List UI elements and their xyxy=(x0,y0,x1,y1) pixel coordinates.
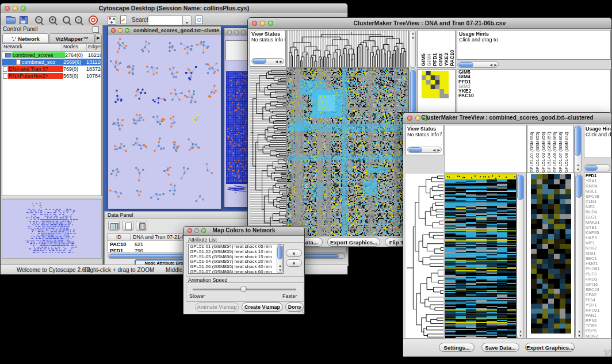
arrow-down-icon[interactable]: ▼ xyxy=(519,334,522,338)
arrow-down-icon[interactable]: ▼ xyxy=(411,36,415,40)
zoom-fit-button[interactable]: ▫ xyxy=(74,15,85,25)
maximize-icon[interactable] xyxy=(125,28,129,33)
resize-grip[interactable] xyxy=(605,350,611,356)
scrollbar-thumb[interactable] xyxy=(410,70,416,113)
tv2-collabel-scrollbar[interactable]: ▲ ▼ xyxy=(574,125,582,173)
tv1-hints-hscrollbar[interactable]: ◀ ▶ xyxy=(457,62,499,68)
speed-slider-thumb[interactable] xyxy=(240,286,247,292)
zoom-out-button[interactable]: − xyxy=(34,15,45,25)
move-down-button[interactable]: ∨ xyxy=(286,259,302,267)
network-list-row[interactable]: combined_scores2764(0)16218(0) xyxy=(2,52,101,59)
tv2-vscrollbar[interactable]: ▲ ▼ xyxy=(517,174,524,339)
annotation-button[interactable] xyxy=(118,15,130,25)
close-icon[interactable] xyxy=(111,28,116,33)
scrollbar-thumb[interactable] xyxy=(408,147,422,152)
arrow-up-icon[interactable]: ▲ xyxy=(577,329,581,333)
arrow-left-icon[interactable]: ◀ xyxy=(433,148,435,152)
scrollbar-thumb[interactable] xyxy=(576,175,582,198)
network-list-row[interactable]: combined_sco2569(6)13112(15) xyxy=(2,59,101,66)
float-panel-icon[interactable] xyxy=(93,26,99,33)
tv2-titlebar[interactable]: ClusterMaker TreeView : combined_scores_… xyxy=(403,113,611,124)
tv1-zoom-view[interactable] xyxy=(417,69,456,113)
arrow-right-icon[interactable]: ▶ xyxy=(494,63,497,67)
tv1-column-dendrogram[interactable] xyxy=(286,30,409,68)
arrow-down-icon[interactable]: ▼ xyxy=(577,334,581,338)
network-list-row[interactable]: RNAPuberNov2+563(0)107847(0) xyxy=(2,72,101,79)
tv2-zoom-heatmap[interactable] xyxy=(531,174,571,334)
arrow-left-icon[interactable]: ◀ xyxy=(489,63,492,67)
column-header-nodes[interactable]: Nodes xyxy=(62,44,87,51)
column-header-edges[interactable]: Edges xyxy=(87,44,101,51)
attribute-item[interactable]: GPL51-01 (GSM854) heat shock 05 min xyxy=(189,244,277,250)
scrollbar-thumb[interactable] xyxy=(253,59,266,64)
network-canvas[interactable] xyxy=(108,35,221,209)
tv2-global-heatmap[interactable] xyxy=(445,174,517,340)
delete-attribute-button[interactable] xyxy=(136,221,147,231)
move-up-button[interactable]: ∧ xyxy=(286,250,302,257)
attribute-item[interactable]: GPL51-02 (GSM855) heat shock 10 min xyxy=(189,250,277,255)
arrow-down-icon[interactable]: ▼ xyxy=(278,269,282,272)
minimize-icon[interactable] xyxy=(234,30,239,35)
arrow-left-icon[interactable]: ◀ xyxy=(275,60,278,63)
advanced-search-button[interactable] xyxy=(194,15,205,25)
tv2-zoom-scrollbar[interactable]: ▲ ▼ xyxy=(575,174,583,339)
tv2-gene-labels[interactable]: PFD1YRA1RNR4MSL1SPC98CLN1NIS1BUD4ELG1MAK… xyxy=(584,173,611,339)
tv2-settings-button[interactable]: Settings... xyxy=(439,343,475,352)
arrow-up-icon[interactable]: ▲ xyxy=(576,163,580,167)
network-list-row[interactable]: DNA and Tran 07769(0)183728(0) xyxy=(2,66,101,72)
overview-canvas[interactable] xyxy=(2,200,101,258)
arrow-up-icon[interactable]: ▲ xyxy=(411,32,415,35)
scrollbar-thumb[interactable] xyxy=(277,246,282,259)
dialog-titlebar[interactable]: Map Colors to Network xyxy=(183,227,304,236)
scrollbar-thumb[interactable] xyxy=(517,175,523,200)
tv1-global-heatmap[interactable] xyxy=(286,68,409,236)
column-header-network[interactable]: Network xyxy=(2,44,62,51)
close-icon[interactable] xyxy=(227,30,232,35)
save-session-button[interactable] xyxy=(18,15,30,25)
arrow-up-icon[interactable]: ▲ xyxy=(519,329,522,333)
maximize-icon[interactable] xyxy=(241,30,246,35)
tv2-column-labels[interactable]: GPL51-01 (GSM854)GPL51-02 (GSM855)GPL51-… xyxy=(527,125,573,173)
network-window-combined[interactable]: combined_scores_good.txt--cluste... xyxy=(108,26,221,209)
select-attributes-button[interactable] xyxy=(108,221,120,231)
scrollbar-thumb[interactable] xyxy=(458,62,473,67)
network-overview[interactable] xyxy=(2,199,102,259)
zoom-in-button[interactable]: + xyxy=(48,15,59,25)
scrollbar-thumb[interactable] xyxy=(585,165,598,171)
tv2-row-dendrogram[interactable] xyxy=(406,174,443,339)
arrow-up-icon[interactable]: ▲ xyxy=(278,264,282,267)
create-vizmap-button[interactable]: Create Vizmap xyxy=(242,302,283,312)
tv2-save-data-button[interactable]: Save Data... xyxy=(481,343,519,352)
resize-grip[interactable] xyxy=(297,307,304,313)
help-button[interactable] xyxy=(88,15,100,25)
column-header-id[interactable]: ID xyxy=(108,234,131,240)
search-dropdown-button[interactable]: ▼ xyxy=(182,16,192,25)
open-session-button[interactable] xyxy=(5,15,17,25)
scrollbar-thumb[interactable] xyxy=(575,126,581,156)
tv1-zoom-heatmap[interactable] xyxy=(422,71,449,98)
tv1-export-graphics-button[interactable]: Export Graphics... xyxy=(327,237,380,247)
network-frame-titlebar[interactable]: combined_scores_good.txt--cluste... xyxy=(108,26,221,36)
tv1-coltree-scrollbar[interactable]: ▲ ▼ xyxy=(410,30,416,68)
attribute-item[interactable]: GPL51-06 (GSM865) heat shock 40 min xyxy=(189,265,277,270)
tv1-titlebar[interactable]: ClusterMaker TreeView : DNA and Tran 07-… xyxy=(248,18,611,29)
tab-network[interactable]: Network xyxy=(2,33,49,43)
tab-vizmapper[interactable]: VizMapper™ xyxy=(49,33,95,43)
attribute-item[interactable]: GPL51-04 (GSM857) heat shock 20 min xyxy=(189,259,277,265)
attribute-list-scrollbar[interactable]: ▲ ▼ xyxy=(277,244,283,273)
new-attribute-button[interactable] xyxy=(122,221,133,231)
tv2-hints-hscrollbar[interactable] xyxy=(584,164,610,171)
search-input[interactable] xyxy=(148,16,183,25)
animate-vizmap-button[interactable]: Animate Vizmap xyxy=(195,302,239,312)
tv2-column-tree-area[interactable] xyxy=(445,125,527,173)
arrow-right-icon[interactable]: ▶ xyxy=(280,60,282,63)
tv2-status-hscrollbar[interactable]: ◀ ▶ xyxy=(407,147,442,153)
minimize-icon[interactable] xyxy=(118,28,123,33)
vizmapper-shortcut-button[interactable] xyxy=(106,15,118,25)
zoom-selected-button[interactable] xyxy=(62,15,73,25)
main-titlebar[interactable]: Cytoscape Desktop (Session Name: collins… xyxy=(1,3,347,14)
arrow-right-icon[interactable]: ▶ xyxy=(437,148,440,152)
tv1-row-labels[interactable]: GIM5GIM4PFD1GIM3YKE2PAC10 xyxy=(457,69,611,113)
tv2-export-graphics-button[interactable]: Export Graphics... xyxy=(525,343,575,352)
tv1-status-hscrollbar[interactable]: ◀ ▶ xyxy=(251,58,284,64)
